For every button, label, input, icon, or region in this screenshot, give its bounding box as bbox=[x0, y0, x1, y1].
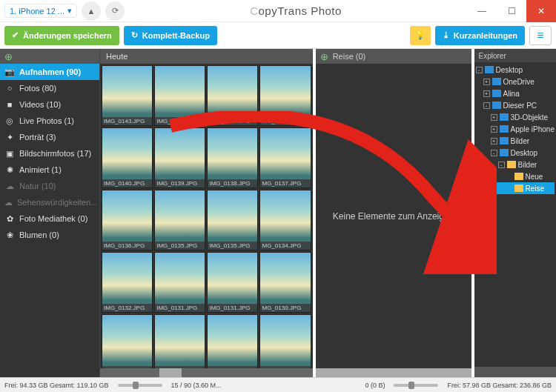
storage-right: Frei: 57.98 GB Gesamt: 236.86 GB bbox=[443, 382, 556, 389]
tree-node[interactable]: +OneDrive bbox=[476, 76, 555, 87]
folder-icon bbox=[500, 137, 509, 144]
explorer-header: Explorer bbox=[474, 49, 557, 62]
tree-node-label: Bilder bbox=[511, 137, 530, 145]
expand-toggle[interactable]: - bbox=[476, 67, 483, 73]
hamburger-menu-button[interactable]: ≡ bbox=[529, 26, 552, 45]
tree-node[interactable]: Reise bbox=[476, 182, 555, 194]
expand-toggle[interactable]: + bbox=[491, 138, 497, 144]
photo-thumbnail[interactable] bbox=[207, 127, 258, 188]
folder-icon bbox=[492, 78, 501, 85]
help-button[interactable]: 💡 bbox=[410, 26, 431, 45]
photo-thumbnail[interactable] bbox=[154, 127, 205, 188]
tree-node[interactable]: -Desktop bbox=[476, 64, 555, 76]
zoom-slider-left[interactable] bbox=[118, 384, 162, 387]
plus-icon[interactable]: ⊕ bbox=[320, 51, 328, 62]
photo-thumbnail[interactable] bbox=[259, 314, 311, 368]
expand-toggle[interactable]: + bbox=[491, 114, 497, 121]
sidebar-item[interactable]: ✦Porträt (3) bbox=[0, 129, 99, 145]
full-backup-button[interactable]: ↻ Komplett-Backup bbox=[124, 26, 217, 45]
app-title: CopyTrans Photo bbox=[125, 4, 467, 17]
storage-left: Frei: 94.33 GB Gesamt: 119.10 GB bbox=[0, 382, 113, 389]
device-selector[interactable]: 1. iPhone 12 ... ▾ bbox=[4, 4, 77, 18]
sidebar-item[interactable]: ✿Foto Mediathek (0) bbox=[0, 210, 99, 227]
close-button[interactable]: ✕ bbox=[526, 0, 556, 22]
sidebar-item[interactable]: ■Videos (10) bbox=[0, 96, 99, 113]
sidebar-item-label: Animiert (1) bbox=[19, 165, 62, 174]
tree-node[interactable]: -Dieser PC bbox=[476, 99, 555, 111]
sidebar-item[interactable]: ▣Bildschirmfotos (17) bbox=[0, 145, 99, 162]
tree-node[interactable]: +3D-Objekte bbox=[476, 111, 555, 123]
photo-thumbnail[interactable] bbox=[259, 127, 311, 188]
lightbulb-icon: 💡 bbox=[415, 30, 426, 40]
expand-toggle[interactable]: - bbox=[498, 162, 505, 168]
tree-node[interactable]: -Bilder bbox=[476, 159, 555, 170]
status-bar: Frei: 94.33 GB Gesamt: 119.10 GB 15 / 90… bbox=[0, 377, 556, 392]
photo-thumbnail[interactable] bbox=[207, 314, 258, 368]
photo-thumbnail[interactable] bbox=[207, 252, 258, 313]
sidebar-item[interactable]: ☁Natur (10) bbox=[0, 178, 99, 194]
history-icon: ↻ bbox=[131, 30, 138, 40]
photo-thumbnail[interactable] bbox=[154, 65, 205, 126]
save-changes-button[interactable]: ✔ Änderungen speichern bbox=[4, 26, 119, 45]
tree-node-label: Bilder bbox=[518, 161, 537, 169]
expand-toggle[interactable]: + bbox=[483, 90, 490, 97]
device-label: 1. iPhone 12 ... bbox=[10, 7, 64, 16]
photo-thumbnail[interactable] bbox=[102, 314, 153, 368]
expand-toggle[interactable]: - bbox=[491, 150, 497, 156]
sidebar-item[interactable]: ○Fotos (80) bbox=[0, 80, 99, 96]
expand-toggle[interactable]: + bbox=[483, 79, 490, 85]
photo-thumbnail[interactable] bbox=[102, 190, 153, 250]
tree-node-label: Desktop bbox=[496, 66, 523, 74]
sidebar-item[interactable]: ✺Animiert (1) bbox=[0, 162, 99, 178]
photo-thumbnail[interactable] bbox=[102, 252, 153, 313]
folder-icon bbox=[492, 90, 501, 97]
photo-thumbnail[interactable] bbox=[207, 190, 258, 250]
tree-node[interactable]: +Bilder bbox=[476, 135, 555, 147]
photo-thumbnail[interactable] bbox=[207, 65, 258, 126]
sidebar-item[interactable]: ☁Sehenswürdigkeiten... bbox=[0, 194, 99, 210]
photo-thumbnail[interactable] bbox=[259, 252, 311, 313]
tree-node-label: Reise bbox=[526, 185, 545, 193]
photo-thumbnail[interactable] bbox=[154, 252, 205, 313]
quick-guides-button[interactable]: ⤓ Kurzanleitungen bbox=[435, 26, 525, 45]
sidebar-item[interactable]: 📷Aufnahmen (90) bbox=[0, 64, 99, 80]
photo-thumbnail[interactable] bbox=[102, 65, 153, 126]
photo-thumbnail[interactable] bbox=[259, 65, 311, 126]
tree-node[interactable]: +Alina bbox=[476, 87, 555, 99]
photo-thumbnail[interactable] bbox=[102, 127, 153, 188]
tree-node[interactable]: -Desktop bbox=[476, 147, 555, 159]
photo-thumbnail[interactable] bbox=[259, 190, 311, 250]
sidebar-item[interactable]: ◎Live Photos (1) bbox=[0, 113, 99, 129]
add-category-button[interactable]: ⊕ bbox=[0, 49, 99, 64]
eject-icon[interactable]: ▲ bbox=[82, 1, 101, 21]
guides-label: Kurzanleitungen bbox=[454, 31, 517, 40]
tree-node-label: Neue bbox=[526, 173, 543, 181]
tree-node-label: Dieser PC bbox=[503, 102, 537, 110]
category-icon: ✿ bbox=[4, 214, 15, 224]
sidebar-item[interactable]: ❀Blumen (0) bbox=[0, 227, 99, 243]
tree-node[interactable]: Neue bbox=[476, 170, 555, 182]
photo-thumbnail[interactable] bbox=[154, 190, 205, 250]
refresh-icon[interactable]: ⟳ bbox=[105, 1, 125, 21]
chevron-down-icon: ▾ bbox=[67, 6, 72, 16]
zoom-slider-right[interactable] bbox=[394, 384, 438, 387]
category-sidebar: ⊕ 📷Aufnahmen (90)○Fotos (80)■Videos (10)… bbox=[0, 49, 99, 377]
thumb-scrollbar[interactable] bbox=[100, 368, 313, 377]
photo-thumbnail[interactable] bbox=[154, 314, 205, 368]
tree-node[interactable]: +Apple iPhone bbox=[476, 123, 555, 135]
album-title: Reise (0) bbox=[333, 52, 366, 61]
maximize-button[interactable]: ☐ bbox=[497, 0, 526, 22]
expand-toggle[interactable]: + bbox=[491, 126, 497, 133]
minimize-button[interactable]: — bbox=[467, 0, 497, 22]
category-icon: ☁ bbox=[4, 198, 13, 207]
explorer-scrollbar[interactable] bbox=[474, 367, 557, 377]
sidebar-item-label: Blumen (0) bbox=[19, 230, 59, 239]
sidebar-item-label: Live Photos (1) bbox=[19, 116, 74, 125]
category-icon: ■ bbox=[4, 100, 15, 109]
tree-node-label: 3D-Objekte bbox=[511, 113, 549, 122]
explorer-pane: Explorer -Desktop+OneDrive+Alina-Dieser … bbox=[474, 49, 557, 377]
album-scrollbar[interactable] bbox=[316, 368, 471, 377]
expand-toggle[interactable]: - bbox=[483, 102, 490, 109]
folder-icon bbox=[500, 113, 509, 121]
album-drop-pane[interactable]: ⊕ Reise (0) Keine Elemente zum Anzeigen bbox=[316, 49, 471, 377]
